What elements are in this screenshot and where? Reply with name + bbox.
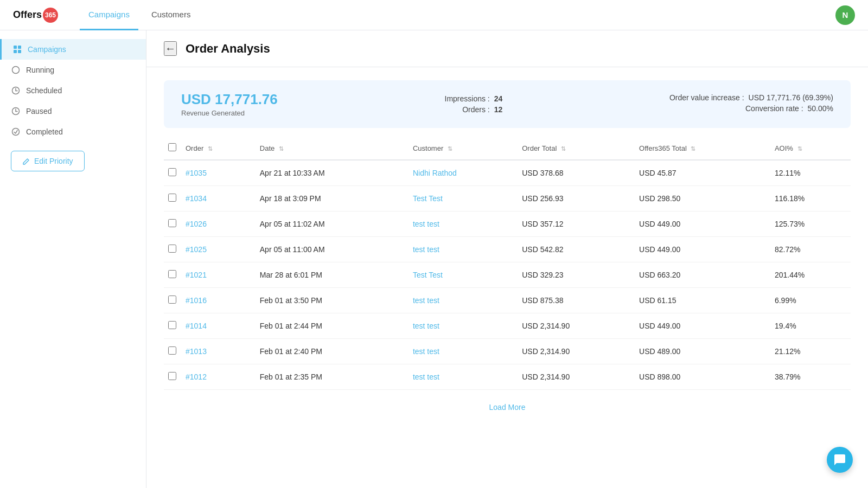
back-button[interactable]: ←: [164, 41, 177, 56]
row-checkbox-0[interactable]: [168, 168, 176, 176]
sidebar-item-scheduled[interactable]: Scheduled: [0, 80, 146, 101]
impressions-label: Impressions :: [445, 94, 490, 103]
order-link-3[interactable]: #1025: [186, 245, 207, 254]
cell-customer-0: Nidhi Rathod: [409, 160, 518, 186]
cell-order-0: #1035: [181, 160, 256, 186]
load-more-button[interactable]: Load More: [489, 403, 526, 412]
order-link-6[interactable]: #1014: [186, 322, 207, 330]
nav-right: N: [835, 5, 855, 25]
cell-aoi-3: 82.72%: [770, 237, 851, 262]
page-header: ← Order Analysis: [146, 30, 868, 67]
orders-stat: Orders : 12: [445, 105, 503, 114]
cell-offers365-total-0: USD 45.87: [635, 160, 770, 186]
th-offers365-total[interactable]: Offers365 Total ⇅: [635, 137, 770, 160]
customer-link-2[interactable]: test test: [413, 220, 439, 228]
row-checkbox-5[interactable]: [168, 296, 176, 304]
customer-link-7[interactable]: test test: [413, 347, 439, 356]
customer-link-4[interactable]: Test Test: [413, 271, 443, 279]
order-link-4[interactable]: #1021: [186, 271, 207, 279]
sidebar-scheduled-label: Scheduled: [26, 86, 62, 95]
edit-priority-button[interactable]: Edit Priority: [11, 151, 85, 171]
cell-aoi-8: 38.79%: [770, 364, 851, 390]
row-checkbox-4[interactable]: [168, 270, 176, 278]
row-checkbox-cell: [164, 160, 181, 186]
pause-clock-icon: [11, 106, 21, 116]
customer-link-5[interactable]: test test: [413, 296, 439, 305]
sort-order-total-icon: ⇅: [561, 145, 566, 152]
page-title: Order Analysis: [186, 42, 270, 56]
th-order[interactable]: Order ⇅: [181, 137, 256, 160]
check-circle-icon: [11, 127, 21, 137]
cell-order-total-4: USD 329.23: [518, 262, 635, 288]
sidebar-item-paused[interactable]: Paused: [0, 101, 146, 121]
clock-icon: [11, 86, 21, 95]
sort-order-icon: ⇅: [208, 145, 213, 152]
nav-links: Campaigns Customers: [80, 0, 199, 30]
th-aoi[interactable]: AOI% ⇅: [770, 137, 851, 160]
cell-aoi-5: 6.99%: [770, 288, 851, 313]
cell-order-1: #1034: [181, 186, 256, 211]
table-row: #1014 Feb 01 at 2:44 PM test test USD 2,…: [164, 313, 851, 339]
order-link-2[interactable]: #1026: [186, 220, 207, 228]
order-link-8[interactable]: #1012: [186, 373, 207, 381]
order-link-7[interactable]: #1013: [186, 347, 207, 356]
order-link-5[interactable]: #1016: [186, 296, 207, 305]
row-checkbox-7[interactable]: [168, 346, 176, 355]
customer-link-1[interactable]: Test Test: [413, 194, 443, 203]
table-row: #1034 Apr 18 at 3:09 PM Test Test USD 25…: [164, 186, 851, 211]
svg-point-11: [12, 129, 20, 136]
select-all-checkbox[interactable]: [168, 143, 176, 151]
circle-icon: [11, 65, 21, 75]
cell-customer-2: test test: [409, 211, 518, 237]
row-checkbox-3[interactable]: [168, 245, 176, 253]
avatar[interactable]: N: [835, 5, 855, 25]
customer-link-0[interactable]: Nidhi Rathod: [413, 169, 457, 177]
summary-stats-center: Impressions : 24 Orders : 12: [445, 94, 503, 114]
nav-campaigns[interactable]: Campaigns: [80, 0, 138, 30]
impressions-value: 24: [494, 94, 503, 103]
cell-date-6: Feb 01 at 2:44 PM: [256, 313, 409, 339]
order-value-increase-value: USD 17,771.76 (69.39%): [749, 93, 833, 102]
customer-link-8[interactable]: test test: [413, 373, 439, 381]
cell-order-8: #1012: [181, 364, 256, 390]
conversion-rate-stat: Conversion rate : 50.00%: [669, 104, 833, 113]
row-checkbox-1[interactable]: [168, 194, 176, 202]
revenue-label: Revenue Generated: [181, 109, 278, 117]
svg-rect-2: [14, 50, 17, 53]
customer-link-3[interactable]: test test: [413, 245, 439, 254]
cell-offers365-total-2: USD 449.00: [635, 211, 770, 237]
load-more-wrap: Load More: [164, 390, 851, 425]
svg-rect-0: [14, 46, 17, 49]
order-value-increase-stat: Order value increase : USD 17,771.76 (69…: [669, 93, 833, 102]
cell-order-total-2: USD 357.12: [518, 211, 635, 237]
logo[interactable]: Offers 365: [13, 8, 58, 23]
table-row: #1021 Mar 28 at 6:01 PM Test Test USD 32…: [164, 262, 851, 288]
row-checkbox-6[interactable]: [168, 321, 176, 329]
th-customer[interactable]: Customer ⇅: [409, 137, 518, 160]
cell-customer-3: test test: [409, 237, 518, 262]
orders-table: Order ⇅ Date ⇅ Customer ⇅ Order Total: [164, 137, 851, 390]
cell-date-3: Apr 05 at 11:00 AM: [256, 237, 409, 262]
nav-customers[interactable]: Customers: [143, 0, 200, 30]
row-checkbox-cell: [164, 313, 181, 339]
cell-customer-7: test test: [409, 339, 518, 364]
svg-rect-3: [18, 50, 21, 53]
row-checkbox-8[interactable]: [168, 372, 176, 380]
row-checkbox-2[interactable]: [168, 219, 176, 227]
chat-fab-button[interactable]: [827, 447, 853, 473]
cell-order-7: #1013: [181, 339, 256, 364]
sidebar-item-running[interactable]: Running: [0, 60, 146, 80]
table-row: #1013 Feb 01 at 2:40 PM test test USD 2,…: [164, 339, 851, 364]
th-date[interactable]: Date ⇅: [256, 137, 409, 160]
cell-aoi-7: 21.12%: [770, 339, 851, 364]
th-order-total[interactable]: Order Total ⇅: [518, 137, 635, 160]
sidebar-item-campaigns[interactable]: Campaigns: [0, 39, 146, 60]
order-link-0[interactable]: #1035: [186, 169, 207, 177]
cell-date-5: Feb 01 at 3:50 PM: [256, 288, 409, 313]
row-checkbox-cell: [164, 364, 181, 390]
row-checkbox-cell: [164, 186, 181, 211]
sidebar-item-completed[interactable]: Completed: [0, 121, 146, 142]
order-link-1[interactable]: #1034: [186, 194, 207, 203]
cell-date-1: Apr 18 at 3:09 PM: [256, 186, 409, 211]
customer-link-6[interactable]: test test: [413, 322, 439, 330]
